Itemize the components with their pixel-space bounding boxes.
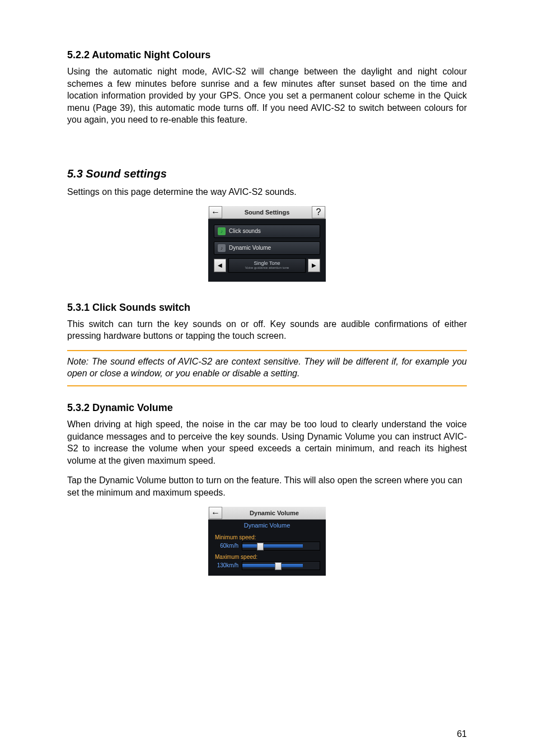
min-speed-slider-row: 60km/h: [214, 542, 320, 550]
min-speed-thumb[interactable]: [257, 543, 264, 550]
tone-prev-button[interactable]: ◀: [214, 259, 226, 272]
click-sounds-label: Click sounds: [229, 228, 261, 234]
sound-settings-body: ♪ Click sounds ♪ Dynamic Volume ◀ Single…: [208, 219, 326, 282]
min-speed-value: 60km/h: [214, 543, 238, 549]
tone-selector: ◀ Single Tone Voice guidance attention t…: [214, 258, 320, 273]
note-block-5-3-1: Note: The sound effects of AVIC-S2 are c…: [67, 350, 467, 386]
max-speed-slider[interactable]: [242, 561, 320, 570]
max-speed-value: 130km/h: [214, 562, 238, 568]
paragraph-5-2-2: Using the automatic night mode, AVIC-S2 …: [67, 66, 467, 126]
tone-sub-label: Voice guidance attention tone: [245, 266, 289, 269]
sound-settings-titlebar: ← Sound Settings ?: [208, 206, 326, 219]
paragraph-5-3-2a: When driving at high speed, the noise in…: [67, 418, 467, 466]
heading-5-3-2: 5.3.2 Dynamic Volume: [67, 402, 467, 414]
volume-icon: ♪: [218, 244, 226, 252]
tone-next-button[interactable]: ▶: [308, 259, 320, 272]
max-speed-thumb[interactable]: [275, 562, 282, 570]
heading-5-2-2: 5.2.2 Automatic Night Colours: [67, 49, 467, 61]
note-text: Note: The sound effects of AVIC-S2 are c…: [67, 357, 467, 379]
click-sounds-row[interactable]: ♪ Click sounds: [214, 225, 320, 238]
dyn-back-button[interactable]: ←: [209, 507, 222, 519]
max-speed-label: Maximum speed:: [215, 554, 320, 560]
intro-5-3: Settings on this page determine the way …: [67, 186, 467, 198]
back-arrow-icon: ←: [211, 508, 220, 518]
dynamic-volume-titlebar: ← Dynamic Volume: [208, 507, 326, 520]
sound-settings-title: Sound Settings: [223, 209, 311, 216]
dynamic-volume-label: Dynamic Volume: [229, 245, 271, 251]
dynamic-volume-body: Dynamic Volume Minimum speed: 60km/h Max…: [208, 520, 326, 576]
back-button[interactable]: ←: [209, 206, 222, 218]
speaker-on-icon: ♪: [218, 227, 226, 235]
help-icon: ?: [316, 207, 321, 217]
heading-5-3-1: 5.3.1 Click Sounds switch: [67, 302, 467, 314]
document-page: 5.2.2 Automatic Night Colours Using the …: [0, 0, 534, 756]
max-speed-slider-row: 130km/h: [214, 561, 320, 570]
dynamic-volume-screenshot: ← Dynamic Volume Dynamic Volume Minimum …: [208, 507, 326, 576]
tone-display: Single Tone Voice guidance attention ton…: [228, 258, 306, 273]
paragraph-5-3-2b: Tap the Dynamic Volume button to turn on…: [67, 474, 467, 498]
dynamic-volume-row[interactable]: ♪ Dynamic Volume: [214, 241, 320, 255]
min-speed-slider[interactable]: [242, 542, 320, 550]
dynamic-volume-subtitle: Dynamic Volume: [214, 520, 320, 531]
dynamic-volume-title: Dynamic Volume: [223, 510, 326, 516]
sound-settings-screenshot: ← Sound Settings ? ♪ Click sounds ♪ Dyna…: [208, 206, 326, 282]
min-speed-label: Minimum speed:: [215, 534, 320, 540]
paragraph-5-3-1: This switch can turn the key sounds on o…: [67, 318, 467, 342]
tone-main-label: Single Tone: [254, 261, 280, 266]
help-button[interactable]: ?: [312, 206, 325, 218]
heading-5-3: 5.3 Sound settings: [67, 167, 467, 180]
back-arrow-icon: ←: [211, 207, 220, 217]
page-number: 61: [457, 729, 467, 739]
